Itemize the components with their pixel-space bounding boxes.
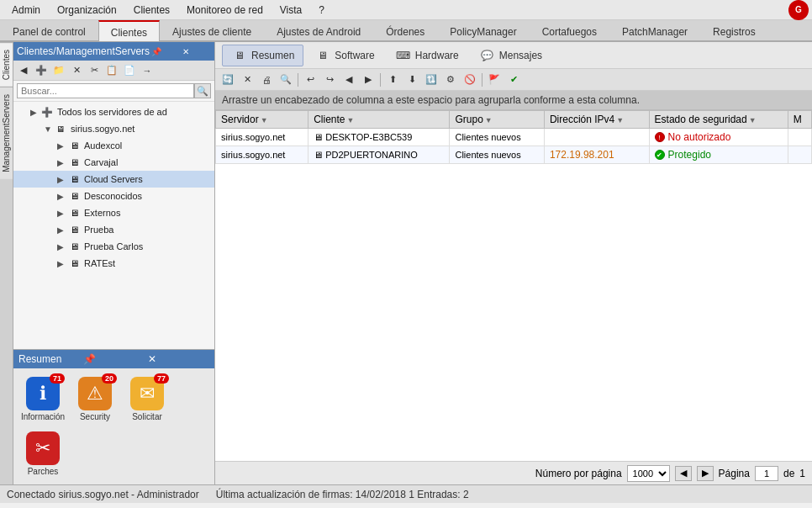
table-row[interactable]: sirius.sogyo.net 🖥 PD2PUERTONARINO Clien… xyxy=(216,146,812,164)
clients-table: Servidor▼ Cliente▼ Grupo▼ Dirección IPv4… xyxy=(215,110,812,164)
menu-organizacion[interactable]: Organización xyxy=(49,2,125,19)
tab-registros[interactable]: Registros xyxy=(700,20,768,40)
col-estado[interactable]: Estado de seguridad▼ xyxy=(649,111,788,129)
resumen-pin-icon[interactable]: 📌 xyxy=(83,353,145,365)
resumen-parches-icon: ✂ xyxy=(26,431,60,465)
tab-panel-control[interactable]: Panel de control xyxy=(0,20,98,40)
cell-servidor-1: sirius.sogyo.net xyxy=(216,129,308,146)
resumen-info[interactable]: ℹ 71 Información xyxy=(18,373,67,425)
group-header-text: Arrastre un encabezado de columna a este… xyxy=(222,94,640,106)
tree-item-audexcol[interactable]: ▶ 🖥 Audexcol xyxy=(13,137,214,154)
sec-tab-software[interactable]: 🖥 Software xyxy=(305,45,383,66)
col-servidor[interactable]: Servidor▼ xyxy=(216,111,308,129)
tree-item-ratest[interactable]: ▶ 🖥 RATEst xyxy=(13,255,214,272)
tab-policymanager[interactable]: PolicyManager xyxy=(437,20,529,40)
status-update: Última actualización de firmas: 14/02/20… xyxy=(216,489,469,500)
tab-ordenes[interactable]: Órdenes xyxy=(373,20,437,40)
tab-cortafuegos[interactable]: Cortafuegos xyxy=(530,20,609,40)
act-delete[interactable]: ✕ xyxy=(238,71,256,88)
toolbar-back-btn[interactable]: ◀ xyxy=(15,63,32,78)
col-grupo[interactable]: Grupo▼ xyxy=(450,111,544,129)
act-upload[interactable]: ⬆ xyxy=(383,71,402,88)
tree-child-arrow-0: ▶ xyxy=(57,141,67,151)
menu-admin[interactable]: Admin xyxy=(3,2,49,19)
tab-ajustes-android[interactable]: Ajustes de Android xyxy=(264,20,373,40)
sec-tab-resumen[interactable]: 🖥 Resumen xyxy=(222,45,303,66)
act-prev[interactable]: ◀ xyxy=(340,71,358,88)
menu-monitoreo[interactable]: Monitoreo de red xyxy=(178,2,272,19)
tree-item-prueba[interactable]: ▶ 🖥 Prueba xyxy=(13,221,214,238)
act-config[interactable]: ⚙ xyxy=(441,71,460,88)
search-bar: 🔍 xyxy=(13,81,214,102)
pg-first-btn[interactable]: ◀ xyxy=(675,466,692,481)
resumen-info-badge: 71 xyxy=(50,373,65,384)
tree-item-externos[interactable]: ▶ 🖥 Externos xyxy=(13,204,214,221)
act-flag-red[interactable]: 🚩 xyxy=(485,71,504,88)
toolbar-cut-btn[interactable]: ✂ xyxy=(86,63,103,78)
panel-pin-icon[interactable]: 📌 xyxy=(151,47,180,56)
resumen-tab-icon: 🖥 xyxy=(231,49,248,62)
tab-patchmanager[interactable]: PatchManager xyxy=(609,20,700,40)
tree-child-icon-0: 🖥 xyxy=(67,139,81,152)
tree-item-prueba-carlos[interactable]: ▶ 🖥 Prueba Carlos xyxy=(13,238,214,255)
search-button[interactable]: 🔍 xyxy=(194,83,211,98)
toolbar-delete-btn[interactable]: ✕ xyxy=(68,63,85,78)
act-next[interactable]: ▶ xyxy=(359,71,377,88)
resumen-close-icon[interactable]: ✕ xyxy=(148,353,209,365)
page-size-select[interactable]: 1000 xyxy=(627,465,670,482)
tree-item-cloud-servers[interactable]: ▶ 🖥 Cloud Servers xyxy=(13,171,214,188)
toolbar-move-btn[interactable]: → xyxy=(139,63,156,78)
resumen-security-badge: 20 xyxy=(102,373,117,384)
page-input[interactable] xyxy=(755,466,778,481)
tree-item-desconocidos[interactable]: ▶ 🖥 Desconocidos xyxy=(13,188,214,204)
act-sync[interactable]: 🔃 xyxy=(422,71,440,88)
resumen-panel: Resumen 📌 ✕ ℹ 71 Información ⚠ 20 xyxy=(13,349,214,484)
toolbar-plus-btn[interactable]: ➕ xyxy=(33,63,50,78)
resumen-security[interactable]: ⚠ 20 Security xyxy=(71,373,119,425)
tree-area: ▶ ➕ Todos los servidores de ad ▼ 🖥 siriu… xyxy=(13,102,214,349)
pg-prev-btn[interactable]: ▶ xyxy=(697,466,714,481)
tab-ajustes-cliente[interactable]: Ajustes de cliente xyxy=(160,20,264,40)
act-download[interactable]: ⬇ xyxy=(403,71,421,88)
status-red-dot: ! xyxy=(655,132,665,142)
toolbar-copy-btn[interactable]: 📋 xyxy=(103,63,120,78)
act-redo[interactable]: ↪ xyxy=(320,71,339,88)
act-refresh[interactable]: 🔄 xyxy=(219,71,237,88)
col-ip[interactable]: Dirección IPv4▼ xyxy=(544,111,649,129)
col-cliente[interactable]: Cliente▼ xyxy=(308,111,450,129)
tree-child-icon-6: 🖥 xyxy=(67,240,81,253)
tab-clientes[interactable]: Clientes xyxy=(98,20,160,41)
side-tab-clientes[interactable]: Clientes xyxy=(0,42,13,87)
search-input[interactable] xyxy=(17,83,194,98)
table-row[interactable]: sirius.sogyo.net 🖥 DESKTOP-E3BC539 Clien… xyxy=(216,129,812,146)
computer-icon-2: 🖥 xyxy=(314,150,325,160)
sec-tab-mensajes[interactable]: 💬 Mensajes xyxy=(470,45,551,66)
tree-child-icon-1: 🖥 xyxy=(67,156,81,169)
toolbar-paste-btn[interactable]: 📄 xyxy=(121,63,138,78)
menu-clientes[interactable]: Clientes xyxy=(125,2,178,19)
cell-ip-1 xyxy=(544,129,649,146)
menu-help[interactable]: ? xyxy=(310,2,333,19)
total-pages: 1 xyxy=(799,468,805,479)
tree-children: ▶ 🖥 Audexcol ▶ 🖥 Carvajal ▶ 🖥 Cloud Serv… xyxy=(13,137,214,272)
sec-tab-hardware[interactable]: ⌨ Hardware xyxy=(386,45,468,66)
act-search[interactable]: 🔍 xyxy=(277,71,295,88)
menu-vista[interactable]: Vista xyxy=(272,2,310,19)
resumen-parches[interactable]: ✂ Parches xyxy=(18,428,67,479)
tree-child-icon-2: 🖥 xyxy=(67,172,81,186)
tree-item-carvajal[interactable]: ▶ 🖥 Carvajal xyxy=(13,154,214,171)
left-toolbar: ◀ ➕ 📁 ✕ ✂ 📋 📄 → xyxy=(13,61,214,81)
cell-ip-2: 172.19.98.201 xyxy=(544,146,649,164)
tree-server[interactable]: ▼ 🖥 sirius.sogyo.net xyxy=(13,120,214,137)
resumen-solicitar[interactable]: ✉ 77 Solicitar xyxy=(123,373,171,425)
side-tab-mgmt[interactable]: ManagementServers xyxy=(0,87,13,179)
panel-close-icon[interactable]: ✕ xyxy=(182,47,211,56)
act-block[interactable]: 🚫 xyxy=(461,71,479,88)
act-print[interactable]: 🖨 xyxy=(257,71,276,88)
act-undo[interactable]: ↩ xyxy=(301,71,319,88)
status-connection: Conectado sirius.sogyo.net - Administrad… xyxy=(7,489,199,500)
act-check[interactable]: ✔ xyxy=(504,71,523,88)
tree-root[interactable]: ▶ ➕ Todos los servidores de ad xyxy=(13,103,214,120)
col-m[interactable]: M xyxy=(788,111,811,129)
toolbar-folder-btn[interactable]: 📁 xyxy=(50,63,67,78)
